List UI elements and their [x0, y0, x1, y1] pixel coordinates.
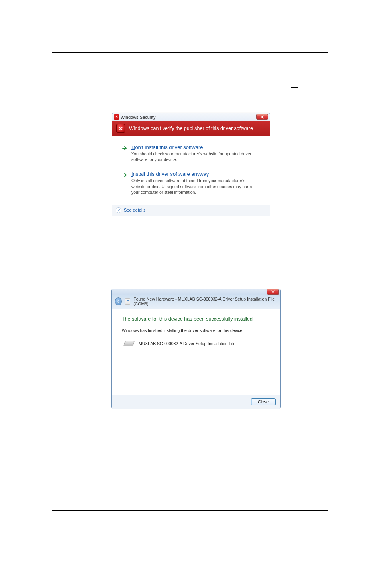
close-button[interactable]	[256, 114, 268, 120]
dialog2-frame-top[interactable]	[112, 289, 280, 295]
option1-title: Don't install this driver software	[131, 144, 260, 150]
back-button[interactable]	[115, 297, 122, 305]
dialog1-body: Don't install this driver software You s…	[112, 136, 270, 205]
dialog2-heading: The software for this device has been su…	[122, 316, 270, 322]
dialog1-titlebar[interactable]: Windows Security	[112, 113, 270, 121]
dash-mark	[291, 87, 298, 88]
dialog2-header: Found New Hardware - MUXLAB SC-000032-A …	[112, 295, 280, 309]
dialog1-footer: See details	[112, 205, 270, 216]
option1-desc: You should check your manufacturer's web…	[131, 151, 260, 162]
dialog2-line: Windows has finished installing the driv…	[122, 328, 270, 333]
windows-security-dialog: Windows Security ✕ Windows can't verify …	[112, 113, 270, 216]
close-button[interactable]: Close	[251, 398, 276, 405]
wizard-page-icon	[125, 298, 130, 305]
security-shield-icon	[114, 114, 119, 120]
found-new-hardware-dialog: Found New Hardware - MUXLAB SC-000032-A …	[111, 289, 281, 409]
device-icon	[123, 341, 135, 346]
error-shield-icon: ✕	[116, 124, 125, 133]
option-install-anyway[interactable]: Install this driver software anyway Only…	[119, 168, 262, 199]
arrow-right-icon	[122, 172, 127, 178]
dialog2-body: The software for this device has been su…	[112, 309, 280, 395]
device-name: MUXLAB SC-000032-A Driver Setup Installa…	[139, 341, 235, 346]
close-icon	[261, 115, 264, 119]
see-details-link[interactable]: See details	[124, 208, 145, 212]
dialog1-title: Windows Security	[121, 115, 155, 120]
dialog1-banner-text: Windows can't verify the publisher of th…	[129, 126, 253, 131]
dialog2-breadcrumb: Found New Hardware - MUXLAB SC-000032-A …	[133, 297, 276, 306]
close-icon	[271, 290, 275, 293]
device-row: MUXLAB SC-000032-A Driver Setup Installa…	[124, 341, 270, 346]
dialog1-warning-banner: ✕ Windows can't verify the publisher of …	[112, 121, 270, 136]
close-button[interactable]	[267, 289, 279, 295]
dialog2-footer: Close	[112, 395, 280, 409]
expand-toggle[interactable]	[116, 207, 121, 213]
page-top-rule	[52, 52, 328, 53]
arrow-left-icon	[116, 299, 120, 303]
option2-desc: Only install driver software obtained fr…	[131, 178, 260, 195]
option-dont-install[interactable]: Don't install this driver software You s…	[119, 141, 262, 166]
arrow-right-icon	[122, 146, 127, 151]
option2-title: Install this driver software anyway	[131, 171, 260, 177]
chevron-down-icon	[117, 208, 120, 212]
page-bottom-rule	[52, 510, 328, 511]
